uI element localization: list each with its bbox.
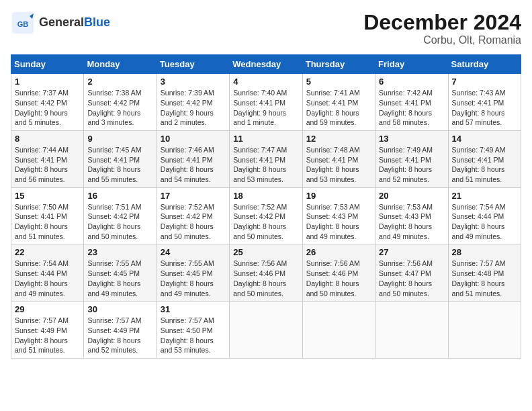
- day-number: 24: [161, 247, 226, 257]
- calendar-cell: 27Sunrise: 7:56 AMSunset: 4:47 PMDayligh…: [375, 244, 448, 302]
- calendar-cell: 29Sunrise: 7:57 AMSunset: 4:49 PMDayligh…: [11, 302, 84, 359]
- page-title: December 2024: [363, 11, 521, 34]
- calendar-cell: 31Sunrise: 7:57 AMSunset: 4:50 PMDayligh…: [157, 302, 229, 359]
- day-number: 26: [306, 247, 371, 257]
- logo: GB GeneralBlue: [11, 11, 110, 35]
- calendar-cell: 21Sunrise: 7:54 AMSunset: 4:44 PMDayligh…: [448, 187, 521, 244]
- day-number: 31: [161, 304, 226, 314]
- calendar-cell: [375, 302, 448, 359]
- day-detail: Sunrise: 7:57 AMSunset: 4:50 PMDaylight:…: [161, 316, 226, 355]
- day-detail: Sunrise: 7:48 AMSunset: 4:41 PMDaylight:…: [306, 145, 371, 185]
- calendar-cell: 20Sunrise: 7:53 AMSunset: 4:43 PMDayligh…: [375, 187, 448, 244]
- day-number: 15: [15, 191, 80, 201]
- calendar-cell: 24Sunrise: 7:55 AMSunset: 4:45 PMDayligh…: [157, 244, 229, 302]
- day-number: 7: [452, 77, 517, 87]
- day-number: 16: [87, 191, 152, 201]
- day-number: 27: [379, 247, 444, 257]
- calendar-cell: 14Sunrise: 7:49 AMSunset: 4:41 PMDayligh…: [448, 130, 521, 187]
- calendar-cell: [302, 302, 375, 359]
- title-block: December 2024 Corbu, Olt, Romania: [363, 11, 521, 46]
- day-number: 1: [15, 77, 80, 87]
- day-number: 3: [161, 77, 226, 87]
- calendar-cell: 10Sunrise: 7:46 AMSunset: 4:41 PMDayligh…: [157, 130, 229, 187]
- day-detail: Sunrise: 7:41 AMSunset: 4:41 PMDaylight:…: [306, 88, 371, 128]
- logo-text: GeneralBlue: [39, 16, 110, 30]
- day-detail: Sunrise: 7:56 AMSunset: 4:47 PMDaylight:…: [379, 259, 444, 298]
- logo-general: General: [39, 15, 84, 29]
- calendar-header-row: SundayMondayTuesdayWednesdayThursdayFrid…: [11, 55, 521, 74]
- page-header: GB GeneralBlue December 2024 Corbu, Olt,…: [11, 11, 521, 46]
- calendar-cell: 16Sunrise: 7:51 AMSunset: 4:42 PMDayligh…: [84, 187, 157, 244]
- calendar-cell: 25Sunrise: 7:56 AMSunset: 4:46 PMDayligh…: [230, 244, 302, 302]
- day-number: 22: [15, 247, 80, 257]
- day-number: 9: [87, 134, 152, 144]
- calendar-week-row: 15Sunrise: 7:50 AMSunset: 4:41 PMDayligh…: [11, 187, 521, 244]
- day-detail: Sunrise: 7:42 AMSunset: 4:41 PMDaylight:…: [379, 88, 444, 128]
- day-detail: Sunrise: 7:46 AMSunset: 4:41 PMDaylight:…: [161, 145, 226, 185]
- calendar-cell: 30Sunrise: 7:57 AMSunset: 4:49 PMDayligh…: [84, 302, 157, 359]
- calendar-cell: 11Sunrise: 7:47 AMSunset: 4:41 PMDayligh…: [230, 130, 302, 187]
- day-number: 13: [379, 134, 444, 144]
- day-number: 23: [87, 247, 152, 257]
- day-detail: Sunrise: 7:45 AMSunset: 4:41 PMDaylight:…: [87, 145, 152, 185]
- day-detail: Sunrise: 7:57 AMSunset: 4:48 PMDaylight:…: [452, 259, 517, 298]
- day-detail: Sunrise: 7:56 AMSunset: 4:46 PMDaylight:…: [306, 259, 371, 298]
- calendar-header-thursday: Thursday: [302, 55, 375, 74]
- calendar-cell: 26Sunrise: 7:56 AMSunset: 4:46 PMDayligh…: [302, 244, 375, 302]
- calendar-cell: 13Sunrise: 7:49 AMSunset: 4:41 PMDayligh…: [375, 130, 448, 187]
- calendar-week-row: 29Sunrise: 7:57 AMSunset: 4:49 PMDayligh…: [11, 302, 521, 359]
- day-detail: Sunrise: 7:52 AMSunset: 4:42 PMDaylight:…: [233, 202, 298, 242]
- calendar-cell: 19Sunrise: 7:53 AMSunset: 4:43 PMDayligh…: [302, 187, 375, 244]
- calendar-header-tuesday: Tuesday: [157, 55, 229, 74]
- page-subtitle: Corbu, Olt, Romania: [363, 34, 521, 46]
- day-number: 18: [233, 191, 298, 201]
- logo-blue: Blue: [84, 15, 110, 29]
- day-detail: Sunrise: 7:53 AMSunset: 4:43 PMDaylight:…: [306, 202, 371, 242]
- day-number: 21: [452, 191, 517, 201]
- calendar-week-row: 8Sunrise: 7:44 AMSunset: 4:41 PMDaylight…: [11, 130, 521, 187]
- calendar-cell: 23Sunrise: 7:55 AMSunset: 4:45 PMDayligh…: [84, 244, 157, 302]
- day-number: 8: [15, 134, 80, 144]
- day-number: 30: [87, 304, 152, 314]
- calendar-cell: 4Sunrise: 7:40 AMSunset: 4:41 PMDaylight…: [230, 74, 302, 131]
- day-number: 5: [306, 77, 371, 87]
- day-number: 29: [15, 304, 80, 314]
- day-detail: Sunrise: 7:54 AMSunset: 4:44 PMDaylight:…: [452, 202, 517, 242]
- calendar-cell: 8Sunrise: 7:44 AMSunset: 4:41 PMDaylight…: [11, 130, 84, 187]
- calendar-cell: [448, 302, 521, 359]
- day-detail: Sunrise: 7:37 AMSunset: 4:42 PMDaylight:…: [15, 88, 80, 128]
- svg-text:GB: GB: [17, 20, 29, 28]
- day-number: 12: [306, 134, 371, 144]
- calendar-week-row: 1Sunrise: 7:37 AMSunset: 4:42 PMDaylight…: [11, 74, 521, 131]
- calendar-cell: 17Sunrise: 7:52 AMSunset: 4:42 PMDayligh…: [157, 187, 229, 244]
- day-number: 17: [161, 191, 226, 201]
- calendar-cell: 18Sunrise: 7:52 AMSunset: 4:42 PMDayligh…: [230, 187, 302, 244]
- day-detail: Sunrise: 7:57 AMSunset: 4:49 PMDaylight:…: [15, 316, 80, 355]
- day-detail: Sunrise: 7:55 AMSunset: 4:45 PMDaylight:…: [161, 259, 226, 298]
- day-detail: Sunrise: 7:51 AMSunset: 4:42 PMDaylight:…: [87, 202, 152, 242]
- day-detail: Sunrise: 7:52 AMSunset: 4:42 PMDaylight:…: [161, 202, 226, 242]
- calendar-week-row: 22Sunrise: 7:54 AMSunset: 4:44 PMDayligh…: [11, 244, 521, 302]
- calendar-cell: 2Sunrise: 7:38 AMSunset: 4:42 PMDaylight…: [84, 74, 157, 131]
- day-detail: Sunrise: 7:53 AMSunset: 4:43 PMDaylight:…: [379, 202, 444, 242]
- calendar-table: SundayMondayTuesdayWednesdayThursdayFrid…: [11, 54, 521, 359]
- day-number: 2: [87, 77, 152, 87]
- calendar-cell: [230, 302, 302, 359]
- calendar-cell: 28Sunrise: 7:57 AMSunset: 4:48 PMDayligh…: [448, 244, 521, 302]
- calendar-header-monday: Monday: [84, 55, 157, 74]
- calendar-header-wednesday: Wednesday: [230, 55, 302, 74]
- logo-icon: GB: [11, 11, 35, 35]
- day-number: 20: [379, 191, 444, 201]
- calendar-cell: 5Sunrise: 7:41 AMSunset: 4:41 PMDaylight…: [302, 74, 375, 131]
- day-detail: Sunrise: 7:47 AMSunset: 4:41 PMDaylight:…: [233, 145, 298, 185]
- day-detail: Sunrise: 7:43 AMSunset: 4:41 PMDaylight:…: [452, 88, 517, 128]
- calendar-cell: 6Sunrise: 7:42 AMSunset: 4:41 PMDaylight…: [375, 74, 448, 131]
- day-detail: Sunrise: 7:49 AMSunset: 4:41 PMDaylight:…: [379, 145, 444, 185]
- day-detail: Sunrise: 7:39 AMSunset: 4:42 PMDaylight:…: [161, 88, 226, 128]
- calendar-cell: 3Sunrise: 7:39 AMSunset: 4:42 PMDaylight…: [157, 74, 229, 131]
- day-detail: Sunrise: 7:49 AMSunset: 4:41 PMDaylight:…: [452, 145, 517, 185]
- day-detail: Sunrise: 7:57 AMSunset: 4:49 PMDaylight:…: [87, 316, 152, 355]
- day-number: 10: [161, 134, 226, 144]
- calendar-cell: 22Sunrise: 7:54 AMSunset: 4:44 PMDayligh…: [11, 244, 84, 302]
- day-number: 25: [233, 247, 298, 257]
